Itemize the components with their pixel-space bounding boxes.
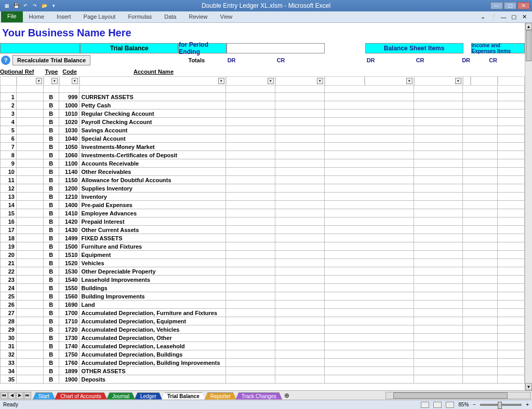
cell-bs-cr[interactable] [414, 301, 463, 309]
cell-ie-cr[interactable] [498, 193, 525, 201]
filter-dropdown-icon[interactable]: ▾ [218, 78, 224, 84]
minimize-ribbon-icon[interactable]: ⌄ [479, 13, 486, 21]
cell-ie-cr[interactable] [498, 209, 525, 217]
cell-type[interactable]: B [44, 110, 59, 118]
table-row[interactable]: 16B1420Prepaid Interest [0, 217, 525, 226]
cell-bs-cr[interactable] [414, 134, 463, 143]
cell-type[interactable]: B [44, 375, 59, 384]
cell-optional-ref[interactable] [17, 176, 44, 184]
sheet-nav-last-icon[interactable]: ⏭ [24, 392, 31, 399]
cell-cr[interactable] [275, 267, 325, 276]
cell-account-name[interactable]: Special Account [79, 134, 226, 143]
question-help-icon[interactable]: ? [1, 56, 10, 65]
table-row[interactable]: 25B1560Building Improvements [0, 292, 525, 301]
cell-cr[interactable] [275, 176, 325, 184]
cell-bs-cr[interactable] [414, 292, 463, 301]
cell-ie-dr[interactable] [471, 367, 498, 375]
cell-optional-ref[interactable] [17, 110, 44, 118]
cell-cr[interactable] [275, 284, 325, 292]
cell-account-name[interactable]: Land [79, 301, 226, 309]
zoom-level[interactable]: 85% [458, 402, 469, 407]
table-row[interactable]: 28B1710Accumulated Depreciation, Equipme… [0, 317, 525, 325]
cell-bs-cr[interactable] [414, 259, 463, 267]
cell-optional-ref[interactable] [17, 317, 44, 325]
cell-account-name[interactable]: Equipment [79, 251, 226, 259]
cell-type[interactable]: B [44, 276, 59, 284]
cell-ie-dr[interactable] [471, 317, 498, 325]
cell-optional-ref[interactable] [17, 301, 44, 309]
cell-bs-dr[interactable] [365, 176, 414, 184]
cell-ie-dr[interactable] [471, 93, 498, 101]
cell-bs-cr[interactable] [414, 251, 463, 259]
cell-optional-ref[interactable] [17, 267, 44, 276]
cell-dr[interactable] [226, 126, 275, 134]
data-grid[interactable]: 1B999CURRENT ASSETS2B1000Petty Cash3B101… [0, 93, 525, 384]
cell-code[interactable]: 1060 [59, 151, 80, 159]
cell-bs-dr[interactable] [365, 259, 414, 267]
help-icon[interactable]: ❔ [489, 13, 497, 21]
sheet-tab-journal[interactable]: Journal [107, 392, 135, 400]
cell-code[interactable]: 1690 [59, 301, 80, 309]
cell-dr[interactable] [226, 176, 275, 184]
cell-code[interactable]: 1400 [59, 201, 80, 209]
cell-bs-dr[interactable] [365, 126, 414, 134]
cell-bs-cr[interactable] [414, 342, 463, 350]
cell-bs-dr[interactable] [365, 309, 414, 317]
table-row[interactable]: 9B1100Accounts Receivable [0, 159, 525, 168]
cell-bs-dr[interactable] [365, 317, 414, 325]
cell-type[interactable]: B [44, 242, 59, 251]
cell-type[interactable]: B [44, 325, 59, 334]
cell-type[interactable]: B [44, 184, 59, 193]
tab-view[interactable]: View [214, 11, 239, 22]
cell-type[interactable]: B [44, 143, 59, 151]
cell-account-name[interactable]: Leasehold Improvements [79, 276, 226, 284]
cell-code[interactable]: 1720 [59, 325, 80, 334]
cell-cr[interactable] [275, 342, 325, 350]
cell-cr[interactable] [275, 159, 325, 168]
cell-ie-dr[interactable] [471, 209, 498, 217]
cell-ie-cr[interactable] [498, 251, 525, 259]
cell-bs-cr[interactable] [414, 276, 463, 284]
cell-optional-ref[interactable] [17, 359, 44, 367]
cell-code[interactable]: 1050 [59, 143, 80, 151]
cell-ie-dr[interactable] [471, 309, 498, 317]
cell-code[interactable]: 1150 [59, 176, 80, 184]
cell-dr[interactable] [226, 375, 275, 384]
cell-ie-dr[interactable] [471, 143, 498, 151]
table-row[interactable]: 5B1030Savings Account [0, 126, 525, 134]
cell-ie-dr[interactable] [471, 342, 498, 350]
horizontal-scrollbar[interactable] [385, 392, 531, 399]
cell-type[interactable]: B [44, 259, 59, 267]
table-row[interactable]: 20B1510Equipment [0, 251, 525, 259]
cell-ie-dr[interactable] [471, 201, 498, 209]
cell-type[interactable]: B [44, 193, 59, 201]
cell-account-name[interactable]: Buildings [79, 284, 226, 292]
cell-bs-cr[interactable] [414, 317, 463, 325]
table-row[interactable]: 2B1000Petty Cash [0, 101, 525, 110]
cell-optional-ref[interactable] [17, 134, 44, 143]
cell-ie-cr[interactable] [498, 201, 525, 209]
cell-type[interactable]: B [44, 126, 59, 134]
cell-cr[interactable] [275, 209, 325, 217]
sheet-nav-first-icon[interactable]: ⏮ [1, 392, 8, 399]
cell-ie-dr[interactable] [471, 359, 498, 367]
cell-account-name[interactable]: Pre-paid Expenses [79, 201, 226, 209]
cell-dr[interactable] [226, 159, 275, 168]
table-row[interactable]: 26B1690Land [0, 301, 525, 309]
cell-optional-ref[interactable] [17, 101, 44, 110]
cell-code[interactable]: 1410 [59, 209, 80, 217]
cell-account-name[interactable]: Other Depreciable Property [79, 267, 226, 276]
cell-code[interactable]: 1430 [59, 226, 80, 234]
cell-bs-cr[interactable] [414, 209, 463, 217]
cell-ie-dr[interactable] [471, 134, 498, 143]
cell-type[interactable]: B [44, 334, 59, 342]
cell-optional-ref[interactable] [17, 118, 44, 126]
cell-code[interactable]: 1530 [59, 267, 80, 276]
table-row[interactable]: 8B1060Investments-Certificates of Deposi… [0, 151, 525, 159]
cell-ie-cr[interactable] [498, 143, 525, 151]
cell-ie-cr[interactable] [498, 226, 525, 234]
scroll-up-icon[interactable]: ▲ [525, 23, 532, 30]
cell-code[interactable]: 1740 [59, 342, 80, 350]
cell-optional-ref[interactable] [17, 184, 44, 193]
cell-type[interactable]: B [44, 342, 59, 350]
